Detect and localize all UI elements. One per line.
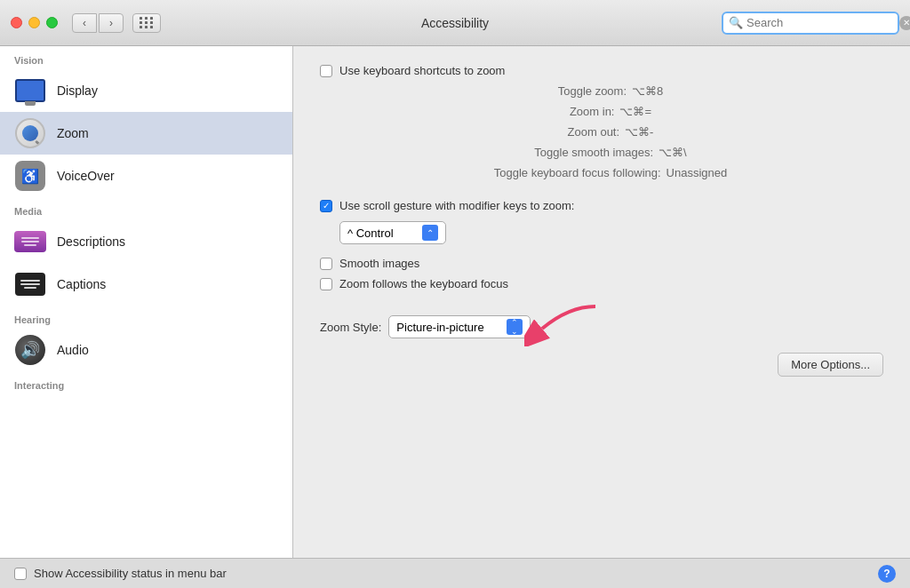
control-dropdown-value: ^ Control (347, 226, 394, 240)
toggle-smooth-row: Toggle smooth images: ⌥⌘\ (338, 146, 883, 159)
sidebar-item-audio[interactable]: 🔊 Audio (0, 329, 292, 371)
toggle-focus-row: Toggle keyboard focus following: Unassig… (338, 166, 883, 179)
zoom-in-row: Zoom in: ⌥⌘= (338, 105, 883, 118)
toggle-smooth-label: Toggle smooth images: (534, 146, 653, 159)
descriptions-icon (14, 226, 46, 258)
search-icon: 🔍 (729, 16, 743, 29)
toggle-smooth-shortcut: ⌥⌘\ (659, 146, 687, 159)
close-button[interactable] (11, 17, 22, 28)
zoom-out-row: Zoom out: ⌥⌘- (338, 125, 883, 139)
zoom-style-dropdown[interactable]: Picture-in-picture ⌃⌄ (388, 315, 531, 338)
scroll-gesture-label: Use scroll gesture with modifier keys to… (339, 199, 574, 212)
grid-icon (140, 17, 154, 28)
scroll-gesture-row: ✓ Use scroll gesture with modifier keys … (320, 199, 883, 212)
zoom-icon (14, 117, 46, 149)
sidebar-item-descriptions[interactable]: Descriptions (0, 220, 292, 263)
sidebar-label-audio: Audio (57, 343, 89, 357)
zoom-out-label: Zoom out: (568, 125, 620, 139)
scroll-gesture-checkbox[interactable]: ✓ (320, 200, 332, 212)
toggle-zoom-label: Toggle zoom: (558, 84, 627, 98)
zoom-in-label: Zoom in: (570, 105, 615, 118)
minimize-button[interactable] (28, 17, 40, 28)
search-clear-button[interactable]: ✕ (899, 16, 910, 30)
control-dropdown-wrapper: ^ Control ⌃ (339, 221, 883, 244)
sidebar-label-voiceover: VoiceOver (57, 169, 115, 183)
zoom-style-label: Zoom Style: (320, 321, 381, 334)
more-options-button[interactable]: More Options... (778, 353, 883, 377)
shortcuts-block: Toggle zoom: ⌥⌘8 Zoom in: ⌥⌘= Zoom out: … (338, 84, 883, 179)
search-bar: 🔍 ✕ (722, 12, 899, 35)
sidebar-item-captions[interactable]: Captions (0, 263, 292, 306)
control-dropdown[interactable]: ^ Control ⌃ (339, 221, 446, 244)
sidebar-section-vision: Vision (0, 46, 292, 69)
sidebar-section-interacting: Interacting (0, 371, 292, 394)
sidebar-section-media: Media (0, 197, 292, 220)
titlebar: ‹ › Accessibility 🔍 ✕ (0, 0, 910, 46)
show-accessibility-checkbox[interactable] (14, 568, 27, 580)
maximize-button[interactable] (46, 17, 58, 28)
zoom-out-shortcut: ⌥⌘- (625, 125, 653, 139)
toggle-focus-value: Unassigned (667, 166, 728, 179)
pink-arrow-annotation (524, 302, 604, 346)
voiceover-icon: ♿ (14, 160, 46, 192)
toggle-focus-label: Toggle keyboard focus following: (494, 166, 661, 179)
keyboard-shortcuts-checkbox[interactable] (320, 65, 332, 77)
smooth-images-checkbox[interactable] (320, 258, 332, 270)
display-icon (14, 75, 46, 107)
show-accessibility-label: Show Accessibility status in menu bar (34, 567, 227, 580)
nav-buttons: ‹ › (72, 13, 124, 33)
sidebar-label-zoom: Zoom (57, 126, 89, 140)
zoom-in-shortcut: ⌥⌘= (619, 105, 651, 118)
window-title: Accessibility (421, 16, 489, 30)
detail-pane: Use keyboard shortcuts to zoom Toggle zo… (293, 46, 910, 558)
sidebar-label-descriptions: Descriptions (57, 234, 125, 249)
smooth-images-row: Smooth images (320, 257, 883, 270)
sidebar-label-captions: Captions (57, 277, 106, 291)
forward-button[interactable]: › (99, 13, 124, 33)
toggle-zoom-row: Toggle zoom: ⌥⌘8 (338, 84, 883, 98)
dropdown-arrow-icon: ⌃ (422, 225, 438, 241)
captions-icon (14, 268, 46, 300)
more-options-row: More Options... (320, 353, 883, 377)
sidebar-label-display: Display (57, 83, 98, 98)
back-button[interactable]: ‹ (72, 13, 97, 33)
traffic-lights (11, 17, 58, 28)
zoom-style-value: Picture-in-picture (396, 321, 483, 334)
zoom-style-dropdown-arrow-icon: ⌃⌄ (507, 319, 523, 335)
zoom-follows-checkbox[interactable] (320, 278, 332, 290)
keyboard-shortcuts-row: Use keyboard shortcuts to zoom (320, 64, 883, 77)
sidebar-item-display[interactable]: Display (0, 69, 292, 112)
search-input[interactable] (746, 16, 896, 29)
sidebar: Vision Display Zoom ♿ VoiceOver Media (0, 46, 293, 558)
grid-button[interactable] (132, 13, 161, 33)
help-button[interactable]: ? (878, 565, 896, 583)
zoom-style-row: Zoom Style: Picture-in-picture ⌃⌄ (320, 315, 883, 338)
sidebar-section-hearing: Hearing (0, 306, 292, 329)
keyboard-shortcuts-label: Use keyboard shortcuts to zoom (339, 64, 505, 77)
toggle-zoom-shortcut: ⌥⌘8 (632, 84, 663, 98)
zoom-follows-label: Zoom follows the keyboard focus (339, 277, 508, 290)
bottom-bar: Show Accessibility status in menu bar ? (0, 558, 910, 588)
audio-icon: 🔊 (14, 334, 46, 366)
sidebar-item-voiceover[interactable]: ♿ VoiceOver (0, 155, 292, 197)
smooth-images-label: Smooth images (339, 257, 419, 270)
zoom-follows-row: Zoom follows the keyboard focus (320, 277, 883, 290)
detail-container: Use keyboard shortcuts to zoom Toggle zo… (320, 64, 883, 377)
main-content: Vision Display Zoom ♿ VoiceOver Media (0, 46, 910, 558)
sidebar-item-zoom[interactable]: Zoom (0, 112, 292, 155)
